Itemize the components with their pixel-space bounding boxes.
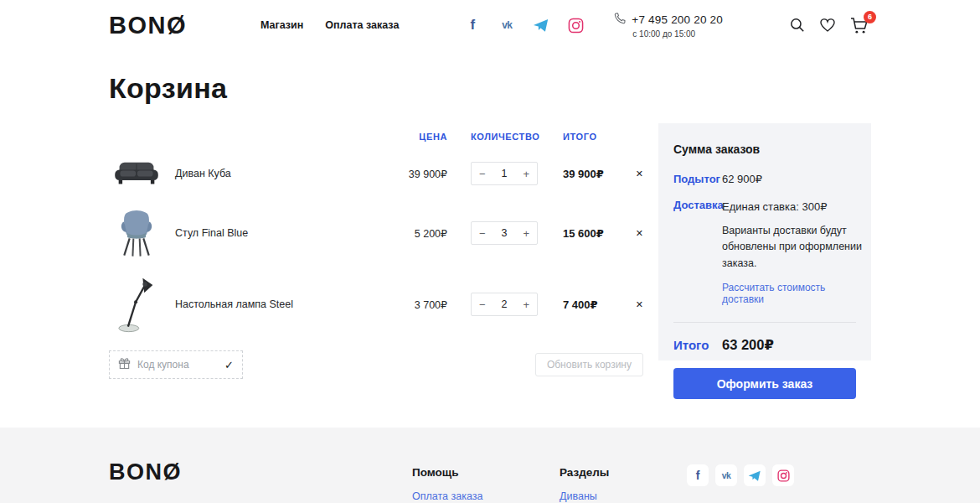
product-price: 3 700₽	[359, 298, 447, 311]
footer-link-sofas[interactable]: Диваны	[560, 490, 609, 502]
footer-brand-logo[interactable]: BONØ	[109, 459, 182, 485]
summary-divider	[673, 322, 856, 323]
cart-actions: ✓ Обновить корзину	[109, 350, 643, 379]
vk-icon[interactable]: vk	[498, 17, 515, 34]
shipping-row: Доставка Единая ставка: 300₽ Варианты до…	[673, 199, 856, 306]
footer-sections-title: Разделы	[560, 466, 609, 479]
facebook-icon[interactable]: f	[464, 17, 481, 34]
header-actions: 6	[790, 17, 869, 34]
column-total: ИТОГО	[538, 132, 623, 142]
instagram-icon[interactable]	[772, 464, 794, 486]
qty-plus-button[interactable]: +	[523, 169, 529, 179]
footer-sections-column: Разделы Диваны	[560, 466, 609, 502]
coupon-input[interactable]	[137, 359, 211, 371]
product-name[interactable]: Стул Final Blue	[164, 227, 359, 239]
product-image-chair[interactable]	[109, 209, 164, 257]
telegram-icon[interactable]	[533, 17, 549, 34]
footer-help-title: Помощь	[412, 466, 482, 479]
checkout-button[interactable]: Оформить заказ	[673, 368, 856, 399]
footer-help-column: Помощь Оплата заказа	[412, 466, 482, 502]
qty-minus-button[interactable]: −	[479, 299, 486, 310]
quantity-stepper: − 1 +	[471, 162, 538, 185]
instagram-icon[interactable]	[567, 17, 584, 34]
line-total: 39 900₽	[538, 168, 623, 180]
header-socials: f vk	[464, 17, 584, 34]
telegram-icon[interactable]	[744, 464, 766, 486]
nav-shop[interactable]: Магазин	[260, 19, 303, 31]
quantity-stepper: − 3 +	[471, 221, 538, 245]
apply-coupon-button[interactable]: ✓	[224, 359, 234, 371]
vk-icon[interactable]: vk	[715, 464, 737, 486]
working-hours: с 10:00 до 15:00	[632, 29, 723, 39]
product-name[interactable]: Диван Куба	[164, 168, 359, 179]
subtotal-label: Подытог	[673, 173, 722, 185]
qty-value[interactable]: 1	[502, 168, 508, 179]
shipping-label: Доставка	[673, 199, 722, 306]
coupon-box: ✓	[109, 350, 243, 379]
footer: BONØ Помощь Оплата заказа Разделы Диваны…	[0, 428, 980, 503]
facebook-icon[interactable]: f	[687, 464, 709, 486]
cart-count-badge: 6	[864, 11, 876, 23]
footer-socials: f vk	[687, 464, 794, 486]
header: BONØ Магазин Оплата заказа f vk +7 495 2…	[0, 0, 980, 50]
remove-item-button[interactable]: ✕	[623, 228, 643, 239]
total-row: Итого 63 200₽	[673, 337, 856, 353]
cart-icon[interactable]: 6	[850, 17, 869, 34]
qty-plus-button[interactable]: +	[523, 228, 529, 239]
calculate-shipping-link[interactable]: Рассчитать стоимость доставки	[722, 282, 869, 305]
qty-minus-button[interactable]: −	[479, 169, 486, 179]
nav-payment[interactable]: Оплата заказа	[325, 19, 399, 31]
quantity-stepper: − 2 +	[471, 293, 538, 316]
subtotal-row: Подытог 62 900₽	[673, 173, 856, 185]
product-image-sofa[interactable]	[109, 160, 164, 187]
shipping-rate: Единая ставка: 300₽	[722, 200, 827, 213]
column-quantity: КОЛИЧЕСТВО	[447, 132, 538, 142]
main-nav: Магазин Оплата заказа	[260, 19, 399, 31]
line-total: 7 400₽	[538, 298, 623, 311]
phone-number[interactable]: +7 495 200 20 20	[632, 13, 723, 26]
brand-logo[interactable]: BONØ	[109, 12, 187, 39]
qty-value[interactable]: 2	[502, 298, 508, 310]
phone-icon	[614, 13, 626, 28]
remove-item-button[interactable]: ✕	[623, 169, 643, 179]
cart-table: ЦЕНА КОЛИЧЕСТВО ИТОГО	[109, 123, 643, 379]
remove-item-button[interactable]: ✕	[623, 299, 643, 310]
line-total: 15 600₽	[538, 227, 623, 240]
order-summary-card: Сумма заказов Подытог 62 900₽ Доставка Е…	[658, 123, 871, 360]
search-icon[interactable]	[790, 18, 805, 33]
total-value: 63 200₽	[722, 337, 856, 353]
total-label: Итого	[673, 338, 722, 352]
wishlist-heart-icon[interactable]	[819, 18, 836, 33]
subtotal-value: 62 900₽	[722, 173, 856, 185]
cart-table-header: ЦЕНА КОЛИЧЕСТВО ИТОГО	[109, 130, 643, 143]
phone-block: +7 495 200 20 20 с 10:00 до 15:00	[614, 13, 723, 39]
cart-row-sofa: Диван Куба 39 900₽ − 1 + 39 900₽ ✕	[109, 152, 643, 195]
summary-title: Сумма заказов	[673, 143, 856, 156]
update-cart-button[interactable]: Обновить корзину	[535, 353, 643, 376]
cart-row-lamp: Настольная лампа Steel 3 700₽ − 2 + 7 40…	[109, 272, 643, 336]
product-image-lamp[interactable]	[109, 275, 164, 334]
product-price: 5 200₽	[359, 227, 447, 240]
qty-minus-button[interactable]: −	[479, 228, 486, 239]
page-title: Корзина	[109, 72, 871, 105]
footer-link-payment[interactable]: Оплата заказа	[412, 490, 482, 502]
cart-row-chair: Стул Final Blue 5 200₽ − 3 + 15 600₽ ✕	[109, 205, 643, 261]
shipping-note: Варианты доставки будут обновлены при оф…	[722, 223, 869, 272]
gift-icon	[118, 357, 131, 373]
product-name[interactable]: Настольная лампа Steel	[164, 298, 359, 310]
main-content: Корзина ЦЕНА КОЛИЧЕСТВО ИТОГО	[0, 72, 980, 379]
column-price: ЦЕНА	[359, 132, 447, 142]
product-price: 39 900₽	[359, 168, 447, 180]
qty-plus-button[interactable]: +	[523, 299, 529, 310]
qty-value[interactable]: 3	[502, 227, 508, 239]
